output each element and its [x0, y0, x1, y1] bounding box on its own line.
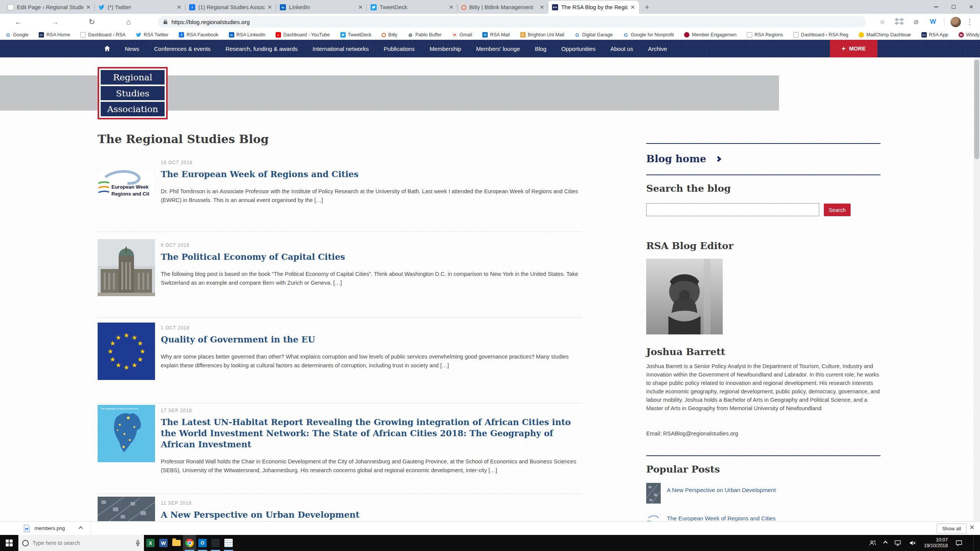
- bookmark-mailchimp[interactable]: MailChimp Dashboar: [859, 32, 911, 37]
- bookmark-google-nonprofit[interactable]: GGoogle for Nonprofit: [623, 32, 674, 37]
- tab-tweetdeck[interactable]: TweetDeck ✕: [367, 1, 457, 14]
- post-thumbnail-ewrc[interactable]: European Week Regions and Cit: [98, 169, 155, 199]
- popular-post-link[interactable]: The European Week of Regions and Cities: [667, 515, 776, 521]
- close-icon[interactable]: ✕: [449, 4, 454, 11]
- restore-button[interactable]: [945, 0, 962, 14]
- tab-facebook[interactable]: f (1) Regional Studies Association ✕: [185, 1, 276, 14]
- taskbar-search[interactable]: [18, 535, 144, 551]
- bookmark-tweetdeck[interactable]: TweetDeck: [340, 32, 372, 37]
- new-tab-button[interactable]: +: [641, 2, 653, 13]
- nav-news[interactable]: News: [125, 46, 139, 52]
- close-icon[interactable]: ✕: [267, 4, 272, 11]
- nav-blog[interactable]: Blog: [535, 46, 546, 52]
- taskbar-app-notepad[interactable]: [222, 535, 235, 551]
- bookmark-rsa-home[interactable]: RSARSA Home: [39, 32, 70, 37]
- nav-publications[interactable]: Publications: [384, 46, 415, 52]
- bookmark-rsa-regions[interactable]: RSA Regions: [747, 32, 783, 37]
- more-button[interactable]: + MORE: [830, 40, 877, 57]
- taskbar-search-input[interactable]: [33, 540, 132, 546]
- taskbar-app-dark[interactable]: [209, 535, 222, 551]
- taskbar-app-outlook[interactable]: O: [196, 535, 209, 551]
- windy-extension-icon[interactable]: W: [927, 16, 939, 28]
- rsa-logo[interactable]: Regional Studies Association: [98, 67, 168, 119]
- bookmark-windy[interactable]: WWindy: Rain, thunder: [959, 32, 980, 37]
- nav-international[interactable]: International networks: [313, 46, 369, 52]
- bookmark-pablo-buffer[interactable]: ⊘Pablo Buffer: [408, 32, 442, 37]
- search-button[interactable]: Search: [824, 204, 851, 216]
- show-all-button[interactable]: Show all: [937, 523, 967, 533]
- home-icon[interactable]: ⌂: [121, 16, 136, 28]
- chevron-up-icon[interactable]: [79, 526, 83, 530]
- bookmark-dashboard-rsa[interactable]: Dashboard ‹ RSA: [80, 32, 126, 37]
- people-icon[interactable]: [869, 540, 876, 546]
- nav-opportunities[interactable]: Opportunities: [561, 46, 595, 52]
- post-title-link[interactable]: The Political Economy of Capital Cities: [161, 251, 582, 262]
- address-bar[interactable]: https://blog.regionalstudies.org: [158, 16, 866, 28]
- bookmark-gmail[interactable]: MGmail: [452, 32, 472, 37]
- tab-rsa-blog-active[interactable]: RSA The RSA Blog by the Regional Stu ✕: [548, 1, 639, 14]
- post-title-link[interactable]: A New Perspective on Urban Development: [161, 509, 582, 520]
- close-icon[interactable]: ✕: [86, 4, 91, 11]
- close-icon[interactable]: ✕: [176, 4, 181, 11]
- bookmark-rsa-facebook[interactable]: fRSA Facebook: [179, 32, 218, 37]
- popular-post-item[interactable]: The European Week of Regions and Cities: [646, 514, 880, 521]
- post-title-link[interactable]: The European Week of Regions and Cities: [161, 169, 582, 180]
- tab-twitter[interactable]: (*) Twitter ✕: [95, 1, 185, 14]
- blog-home-link[interactable]: Blog home: [646, 153, 880, 165]
- close-window-button[interactable]: ×: [962, 0, 980, 14]
- search-input[interactable]: [646, 203, 819, 216]
- scrollbar-track[interactable]: [973, 57, 980, 521]
- bookmark-rsa-linkedin[interactable]: inRSA LinkedIn: [229, 32, 266, 37]
- close-icon[interactable]: ✕: [539, 4, 544, 11]
- bookmark-bitly[interactable]: Bitly: [382, 32, 397, 37]
- minimize-button[interactable]: [927, 0, 945, 14]
- network-display-icon[interactable]: [895, 540, 902, 546]
- post-thumbnail-eu-flag[interactable]: ★★★ ★★★ ★★★ ★★★: [98, 323, 155, 380]
- bookmark-digital-garage[interactable]: GDigital Garage: [575, 32, 613, 37]
- bookmark-brighton-mail[interactable]: OBrighton Uni Mail: [520, 32, 564, 37]
- nav-conferences[interactable]: Conferences & events: [154, 46, 211, 52]
- bookmark-star-icon[interactable]: ☆: [877, 16, 888, 28]
- post-title-link[interactable]: Quality of Government in the EU: [161, 334, 582, 345]
- popular-post-link[interactable]: A New Perspective on Urban Development: [667, 487, 776, 504]
- taskbar-app-explorer[interactable]: [170, 535, 183, 551]
- post-thumbnail-capital-cities[interactable]: [98, 239, 155, 296]
- post-title-link[interactable]: The Latest UN-Habitat Report Revealing t…: [161, 417, 582, 450]
- home-icon[interactable]: [103, 45, 111, 52]
- tab-bitly[interactable]: Bitly | Bitlink Management ✕: [457, 1, 548, 14]
- bookmark-rsa-twitter[interactable]: RSA Twitter: [136, 32, 168, 37]
- taskbar-app-excel[interactable]: X: [144, 535, 157, 551]
- taskbar-app-chrome[interactable]: [183, 535, 196, 551]
- nav-members-lounge[interactable]: Members’ lounge: [476, 46, 520, 52]
- post-thumbnail-urban[interactable]: [98, 497, 155, 521]
- volume-muted-icon[interactable]: [909, 540, 916, 546]
- close-icon[interactable]: ✕: [630, 4, 635, 11]
- reload-icon[interactable]: ↻: [84, 16, 100, 28]
- taskbar-app-word[interactable]: W: [157, 535, 170, 551]
- bookmark-member-engagement[interactable]: Member Engagemen: [684, 32, 737, 37]
- action-center-icon[interactable]: [956, 540, 962, 546]
- forward-icon[interactable]: →: [47, 16, 63, 28]
- show-desktop-button[interactable]: [973, 535, 976, 551]
- start-button[interactable]: [0, 535, 18, 551]
- bookmark-rsa-mail[interactable]: ORSA Mail: [482, 32, 510, 37]
- microphone-icon[interactable]: [136, 540, 140, 546]
- nav-about[interactable]: About us: [610, 46, 633, 52]
- tray-expand-icon[interactable]: [884, 541, 888, 545]
- bookmark-google[interactable]: GGoogle: [5, 32, 28, 37]
- close-download-bar-icon[interactable]: ✕: [969, 523, 975, 531]
- bookmark-rsa-app[interactable]: RSARSA App: [921, 32, 948, 37]
- nav-research[interactable]: Research, funding & awards: [225, 46, 297, 52]
- bookmark-dashboard-rsa-regions[interactable]: Dashboard ‹ RSA Reg: [793, 32, 848, 37]
- back-icon[interactable]: ←: [11, 16, 26, 28]
- dropbox-extension-icon[interactable]: [893, 16, 905, 28]
- nav-membership[interactable]: Membership: [430, 46, 461, 52]
- scrollbar-thumb[interactable]: [974, 60, 979, 159]
- tab-edit-page[interactable]: Edit Page ‹ Regional Studies Asso ✕: [4, 1, 95, 14]
- bookmark-youtube[interactable]: ▸Dashboard - YouTube: [276, 32, 330, 37]
- taskbar-clock[interactable]: 10:07 19/10/2018: [924, 537, 948, 549]
- buffer-pablo-extension-icon[interactable]: ⊘: [910, 16, 922, 28]
- tab-linkedin[interactable]: in LinkedIn ✕: [276, 1, 367, 14]
- chrome-menu-icon[interactable]: ⋮: [966, 18, 973, 26]
- post-thumbnail-africa[interactable]: The geography of African investment: [98, 405, 155, 462]
